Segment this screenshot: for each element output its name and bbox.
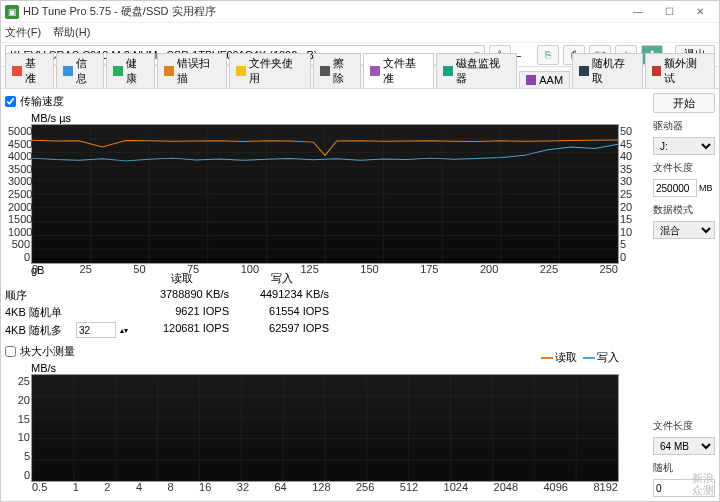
menu-file[interactable]: 文件(F) xyxy=(5,25,41,40)
transfer-chart: 5000450040003500300025002000150010005000… xyxy=(31,124,619,264)
tab-benchmark[interactable]: 基准 xyxy=(5,53,54,88)
tab-info[interactable]: 信息 xyxy=(56,53,105,88)
tab-health[interactable]: 健康 xyxy=(106,53,155,88)
chk-transfer-label: 传输速度 xyxy=(20,94,64,109)
legend: 读取 写入 xyxy=(541,350,619,365)
datamode-label: 数据模式 xyxy=(653,203,715,217)
close-button[interactable]: ✕ xyxy=(685,3,715,21)
tab-bar: 基准 信息 健康 错误扫描 文件夹使用 擦除 文件基准 磁盘监视器 AAM 随机… xyxy=(1,67,719,89)
filelen2-select[interactable]: 64 MB xyxy=(653,437,715,455)
results-table: 读取 写入 顺序 3788890 KB/s 4491234 KB/s 4KB 随… xyxy=(5,270,645,339)
table-row: 4KB 随机多 ▴▾ 120681 IOPS 62597 IOPS xyxy=(5,321,645,339)
tab-aam[interactable]: AAM xyxy=(519,71,570,88)
title-bar: ▣ HD Tune Pro 5.75 - 硬盘/SSD 实用程序 — ☐ ✕ xyxy=(1,1,719,23)
blocksize-chart: 2520151050 0.512481632641282565121024204… xyxy=(31,374,619,482)
drive-select[interactable]: J: xyxy=(653,137,715,155)
app-icon: ▣ xyxy=(5,5,19,19)
random-label: 随机 xyxy=(653,461,715,475)
maximize-button[interactable]: ☐ xyxy=(654,3,684,21)
random-input[interactable] xyxy=(653,479,715,497)
y-unit: MB/s xyxy=(31,112,56,124)
start-button[interactable]: 开始 xyxy=(653,93,715,113)
table-row: 4KB 随机单 9621 IOPS 61554 IOPS xyxy=(5,304,645,321)
datamode-select[interactable]: 混合 xyxy=(653,221,715,239)
menu-bar: 文件(F) 帮助(H) xyxy=(1,23,719,43)
window-title: HD Tune Pro 5.75 - 硬盘/SSD 实用程序 xyxy=(23,4,623,19)
drive-label: 驱动器 xyxy=(653,119,715,133)
filelen-input[interactable] xyxy=(653,179,697,197)
menu-help[interactable]: 帮助(H) xyxy=(53,25,90,40)
filelen-label: 文件长度 xyxy=(653,161,715,175)
filelen2-label: 文件长度 xyxy=(653,419,715,433)
tab-erase[interactable]: 擦除 xyxy=(313,53,362,88)
chk-blocksize[interactable] xyxy=(5,346,16,357)
tab-random[interactable]: 随机存取 xyxy=(572,53,642,88)
table-row: 顺序 3788890 KB/s 4491234 KB/s xyxy=(5,287,645,304)
chk-blocksize-label: 块大小测量 xyxy=(20,344,75,359)
tab-filebench[interactable]: 文件基准 xyxy=(363,53,433,88)
side-panel: 开始 驱动器 J: 文件长度 MB 数据模式 混合 文件长度 64 MB 随机 xyxy=(649,89,719,501)
tab-diskmonitor[interactable]: 磁盘监视器 xyxy=(436,53,517,88)
chk-transfer[interactable] xyxy=(5,96,16,107)
tab-errorscan[interactable]: 错误扫描 xyxy=(157,53,227,88)
tab-folderusage[interactable]: 文件夹使用 xyxy=(229,53,310,88)
qd-input[interactable] xyxy=(76,322,116,338)
y2-unit: µs xyxy=(59,112,71,124)
tab-extra[interactable]: 额外测试 xyxy=(645,53,715,88)
minimize-button[interactable]: — xyxy=(623,3,653,21)
copy-icon[interactable]: ⎘ xyxy=(537,45,559,65)
